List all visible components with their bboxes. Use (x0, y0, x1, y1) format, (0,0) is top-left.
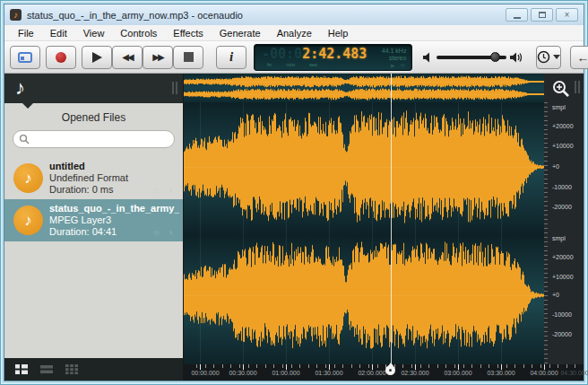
scale-tick: -10000 (552, 311, 572, 318)
audio-file-icon: ♪ (13, 163, 43, 193)
menu-item-view[interactable]: View (75, 26, 113, 40)
file-item-action-icons[interactable]: ☆ › (152, 186, 176, 195)
time-format-button[interactable] (536, 46, 561, 69)
scale-tick-marks (544, 102, 548, 364)
record-button[interactable] (46, 46, 76, 69)
time-current: 2:42.483 (302, 46, 367, 62)
close-button[interactable]: × (556, 8, 578, 22)
sample-rate-label: 44.1 kHz (382, 48, 407, 55)
channel-mode-label: stereo (389, 55, 406, 62)
waveform-channel-right[interactable] (184, 235, 546, 367)
timeline-ruler[interactable]: 00:00.000 00:30.000 01:00.000 01:30.000 … (184, 364, 584, 381)
scale-tick: -20000 (552, 204, 572, 210)
scale-tick: +0 (552, 163, 559, 170)
info-button[interactable]: i (216, 46, 246, 69)
grid-view-icon[interactable] (65, 364, 78, 374)
menu-item-effects[interactable]: Effects (165, 26, 211, 40)
active-tab-notch (22, 103, 33, 109)
info-icon: i (229, 49, 233, 65)
playback-cursor[interactable] (391, 74, 392, 364)
audio-file-icon: ♪ (13, 206, 43, 235)
zoom-button[interactable] (549, 78, 573, 100)
window-controls: × (506, 8, 578, 22)
clock-icon (537, 50, 550, 64)
file-info: untitled Undefined Format Duration: 0 ms (49, 161, 128, 196)
list-view-icon[interactable] (40, 364, 53, 374)
close-icon: × (565, 11, 570, 20)
time-display: -00:02:42.483 hr min sec 44.1 kHz stereo… (254, 44, 412, 71)
time-units: hr min sec (262, 62, 367, 67)
scale-unit-ch2: smpl (552, 235, 566, 241)
navigation-buttons: ← → (570, 46, 588, 69)
back-arrow-icon: ← (576, 50, 588, 65)
opened-files-tab[interactable]: ♪ (15, 76, 25, 100)
file-name: status_quo_-_in_the_army_now.... (49, 203, 179, 214)
timeline-label: 02:30.000 (401, 370, 428, 376)
playhead-marker[interactable] (385, 363, 395, 375)
scale-tick: +0 (552, 292, 559, 298)
stop-button[interactable] (173, 46, 203, 69)
file-list-item-status-quo[interactable]: ♪ status_quo_-_in_the_army_now.... MPEG … (4, 199, 183, 241)
record-icon (56, 52, 66, 63)
detail-view-icon[interactable] (15, 364, 28, 374)
rewind-button[interactable]: ◀◀ (112, 46, 143, 69)
chevron-down-icon (553, 55, 560, 59)
window-body: ♪ status_quo_-_in_the_army_now.mp3 - oce… (4, 4, 584, 381)
menu-item-help[interactable]: Help (320, 26, 357, 40)
file-format: Undefined Format (49, 172, 128, 184)
menu-item-file[interactable]: File (10, 26, 42, 40)
scale-tick: +20000 (552, 254, 574, 260)
play-button[interactable] (82, 46, 112, 69)
file-duration: Duration: 0 ms (49, 184, 128, 196)
menu-item-generate[interactable]: Generate (212, 26, 269, 40)
zoom-in-icon (551, 79, 571, 99)
scale-tick: +10000 (552, 274, 574, 280)
unit-hr: hr (267, 62, 272, 67)
timeline-label: 00:30.000 (229, 370, 256, 376)
sidebar-grip-handle[interactable] (172, 82, 177, 94)
waveform-channel-left[interactable] (184, 102, 546, 235)
scale-unit-ch1: smpl (552, 104, 566, 110)
maximize-button[interactable] (531, 8, 553, 22)
play-icon (92, 52, 102, 63)
waveform-overview[interactable] (184, 74, 546, 102)
search-icon (19, 134, 30, 144)
timeline-label: 04:00.000 (530, 370, 558, 376)
file-search-box[interactable] (13, 130, 175, 148)
playback-mode-icons: ▶ ⟲ (391, 62, 406, 69)
unit-sec: sec (309, 62, 317, 67)
app-window: ♪ status_quo_-_in_the_army_now.mp3 - oce… (0, 0, 588, 385)
file-item-action-icons[interactable]: ☆ › (152, 228, 176, 237)
time-dim-digits: -00:0 (262, 46, 302, 62)
timeline-label: 00:00.000 (191, 370, 219, 376)
file-list-item-untitled[interactable]: ♪ untitled Undefined Format Duration: 0 … (4, 157, 183, 199)
timeline-label: 01:30.000 (315, 370, 342, 376)
menu-item-controls[interactable]: Controls (112, 26, 165, 40)
toggle-sidebar-button[interactable] (10, 46, 40, 69)
opened-files-panel: Opened Files ♪ untitled Undefined Format… (4, 103, 183, 358)
format-block: 44.1 kHz stereo ▶ ⟲ (367, 47, 406, 68)
back-button[interactable]: ← (570, 46, 588, 69)
toolbar: ◀◀ ▶▶ i -00:02:42.483 hr min sec 44.1 (4, 41, 584, 74)
volume-control (423, 52, 523, 63)
menu-item-edit[interactable]: Edit (42, 26, 75, 40)
speaker-high-icon (510, 52, 523, 63)
amplitude-scale-column: smpl +20000 +10000 +0 -10000 -20000 smpl… (544, 74, 584, 364)
menu-bar: File Edit View Controls Effects Generate… (4, 25, 584, 41)
fast-forward-button[interactable]: ▶▶ (143, 46, 173, 69)
volume-slider[interactable] (437, 56, 506, 59)
minimize-icon (514, 17, 521, 19)
scale-grip-handle[interactable] (575, 81, 580, 93)
file-name: untitled (49, 161, 128, 172)
timeline-label: 03:30.000 (487, 370, 514, 376)
window-title: status_quo_-_in_the_army_now.mp3 - ocena… (27, 10, 500, 21)
title-bar: ♪ status_quo_-_in_the_army_now.mp3 - oce… (4, 4, 584, 25)
menu-item-analyze[interactable]: Analyze (269, 26, 320, 40)
timeline-label-end: 04:30.000 (560, 370, 588, 376)
time-digits: -00:02:42.483 (262, 47, 367, 62)
volume-slider-thumb[interactable] (490, 52, 500, 62)
minimize-button[interactable] (506, 8, 528, 22)
file-format: MPEG Layer3 (49, 214, 179, 226)
waveform-editor: smpl +20000 +10000 +0 -10000 -20000 smpl… (184, 74, 584, 381)
speaker-low-icon (423, 52, 433, 63)
